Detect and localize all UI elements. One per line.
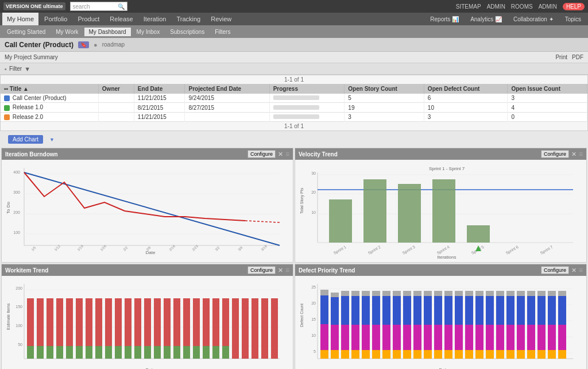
nav-item-release[interactable]: Release: [105, 13, 137, 25]
print-pdf-buttons: Print PDF: [555, 54, 583, 60]
velocity-trend-configure[interactable]: Configure: [541, 150, 569, 158]
filter-button[interactable]: Filter: [9, 66, 22, 72]
nav-item-collaboration[interactable]: Collaboration ✦: [509, 13, 558, 25]
roadmap-link[interactable]: roadmap: [102, 41, 125, 48]
svg-rect-149: [382, 325, 390, 350]
workitem-trend-title: Workitem Trend: [5, 267, 48, 274]
subnav-subscriptions[interactable]: Subscriptions: [165, 28, 209, 36]
table-row: Release 1.0 8/21/2015 8/27/2015 19 10 4: [1, 103, 587, 112]
svg-rect-166: [424, 350, 432, 359]
svg-rect-202: [517, 350, 525, 359]
iteration-burndown-controls: Configure ✕ ≡: [247, 150, 289, 158]
subnav-filters[interactable]: Filters: [210, 28, 235, 36]
workitem-trend-close-icon[interactable]: ✕: [278, 267, 283, 274]
pdf-button[interactable]: PDF: [572, 54, 583, 60]
svg-rect-67: [47, 346, 53, 359]
svg-rect-185: [475, 325, 483, 350]
add-chart-button[interactable]: Add Chart: [8, 135, 43, 144]
svg-rect-133: [341, 325, 349, 350]
svg-rect-194: [496, 350, 504, 359]
admin-link[interactable]: ADMIN: [487, 3, 505, 10]
svg-text:1/5: 1/5: [30, 245, 37, 252]
filter-dropdown-icon[interactable]: ▼: [24, 66, 30, 72]
svg-rect-197: [506, 325, 514, 350]
defect-priority-trend-configure[interactable]: Configure: [541, 266, 569, 274]
workitem-trend-menu-icon[interactable]: ≡: [285, 266, 289, 274]
svg-text:Defect Count: Defect Count: [300, 303, 304, 327]
nav-item-reports[interactable]: Reports 📊: [425, 13, 463, 25]
cell-title[interactable]: Release 1.0: [1, 103, 98, 112]
logo-icon: VERSION ONE ultimate: [3, 2, 65, 10]
svg-rect-158: [403, 350, 411, 359]
defect-priority-trend-controls: Configure ✕ ≡: [541, 266, 583, 274]
subnav-my-dashboard[interactable]: My Dashboard: [84, 28, 131, 36]
iteration-burndown-close-icon[interactable]: ✕: [278, 151, 283, 158]
svg-rect-143: [372, 291, 380, 296]
col-projected-end-date: Projected End Date: [185, 84, 269, 94]
search-input[interactable]: search 🔍: [70, 2, 127, 11]
iteration-burndown-configure[interactable]: Configure: [247, 150, 276, 158]
nav-item-iteration[interactable]: Iteration: [139, 13, 171, 25]
svg-rect-207: [537, 291, 546, 296]
svg-rect-208: [537, 296, 546, 325]
defect-priority-trend-menu-icon[interactable]: ≡: [579, 266, 583, 274]
svg-rect-141: [362, 325, 370, 350]
pagination-top: 1-1 of 1: [1, 75, 587, 84]
admin2-link[interactable]: ADMIN: [539, 3, 557, 10]
help-button[interactable]: HELP: [563, 3, 585, 10]
svg-text:200: 200: [16, 286, 22, 290]
svg-rect-154: [393, 350, 401, 359]
nav-right: Reports 📊 Analytics 📈 Collaboration ✦ To…: [425, 13, 586, 25]
svg-rect-89: [154, 346, 161, 359]
nav-item-my-home[interactable]: My Home: [2, 13, 38, 25]
subnav-my-work[interactable]: My Work: [51, 28, 83, 36]
cell-progress: [269, 94, 345, 103]
svg-rect-87: [144, 346, 151, 359]
cell-title[interactable]: Call Center (Product): [1, 94, 98, 103]
defect-priority-trend-header: Defect Priority Trend Configure ✕ ≡: [295, 264, 586, 276]
velocity-trend-close-icon[interactable]: ✕: [571, 151, 577, 158]
svg-rect-145: [372, 325, 380, 350]
svg-text:10: 10: [311, 333, 316, 337]
svg-rect-199: [517, 291, 525, 296]
svg-line-12: [245, 221, 280, 222]
svg-rect-198: [506, 350, 514, 359]
search-icon[interactable]: 🔍: [118, 3, 125, 10]
svg-rect-95: [183, 346, 190, 359]
nav-item-analytics[interactable]: Analytics 📈: [466, 13, 506, 25]
workitem-trend-chart: Estimate Items 200 150 100 50: [4, 278, 285, 369]
table-header-row: ▪▪ Title ▲ Owner End Date Projected End …: [1, 84, 587, 94]
nav-item-portfolio[interactable]: Portfolio: [40, 13, 72, 25]
svg-rect-140: [362, 296, 370, 325]
sitemap-link[interactable]: SITEMAP: [456, 3, 481, 10]
nav-item-tracking[interactable]: Tracking: [172, 13, 205, 25]
svg-rect-215: [558, 291, 566, 296]
workitem-trend-body: Estimate Items 200 150 100 50: [2, 276, 293, 369]
iteration-burndown-title: Iteration Burndown: [5, 151, 58, 157]
cell-story-count: 5: [345, 94, 424, 103]
svg-rect-137: [351, 325, 359, 350]
iteration-burndown-menu-icon[interactable]: ≡: [285, 150, 289, 158]
svg-rect-126: [320, 350, 328, 359]
print-button[interactable]: Print: [555, 54, 567, 60]
svg-text:Sprint 4: Sprint 4: [436, 245, 451, 256]
defect-priority-trend-close-icon[interactable]: ✕: [571, 267, 577, 274]
cell-title[interactable]: Release 2.0: [1, 112, 98, 121]
svg-text:10: 10: [311, 210, 316, 214]
rooms-link[interactable]: ROOMS: [511, 3, 533, 10]
breadcrumb: My Project Summary: [5, 54, 58, 60]
svg-rect-135: [351, 291, 359, 296]
nav-item-product[interactable]: Product: [73, 13, 104, 25]
svg-rect-163: [424, 291, 432, 296]
nav-item-topics[interactable]: Topics: [560, 13, 586, 25]
svg-rect-212: [548, 296, 556, 325]
subnav-my-inbox[interactable]: My Inbox: [132, 28, 165, 36]
velocity-trend-title: Velocity Trend: [299, 151, 338, 157]
velocity-trend-menu-icon[interactable]: ≡: [579, 150, 583, 158]
svg-text:50: 50: [18, 343, 22, 347]
svg-rect-107: [261, 298, 268, 359]
workitem-trend-configure[interactable]: Configure: [247, 266, 276, 274]
nav-item-review[interactable]: Review: [206, 13, 236, 25]
add-chart-dropdown-icon[interactable]: ▼: [49, 137, 55, 143]
subnav-getting-started[interactable]: Getting Started: [2, 28, 50, 36]
